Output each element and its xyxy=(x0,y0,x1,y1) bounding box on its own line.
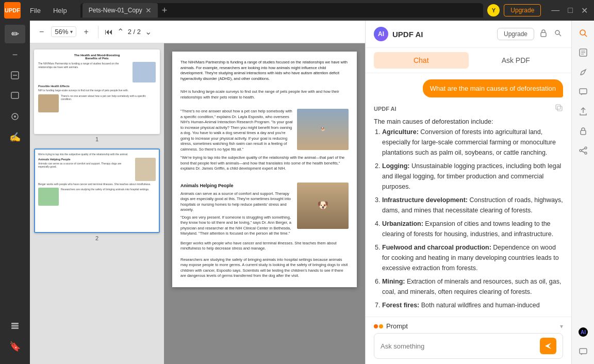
svg-rect-6 xyxy=(11,325,19,327)
sidebar-item-minus[interactable]: − xyxy=(5,45,25,64)
right-sidebar-share[interactable] xyxy=(574,142,592,159)
svg-rect-20 xyxy=(581,130,586,135)
toolbar-divider xyxy=(98,26,98,38)
pdf-quote1: "There's no one answer about how a pet c… xyxy=(180,109,293,152)
app-logo: UPDF xyxy=(4,2,21,19)
tab-document[interactable]: Pets-New-01_Copy ✕ xyxy=(82,3,158,18)
tab-ask-pdf[interactable]: Ask PDF xyxy=(469,52,564,69)
tab-chat[interactable]: Chat xyxy=(374,52,469,69)
svg-point-23 xyxy=(585,152,587,154)
right-sidebar-ai[interactable]: AI xyxy=(574,324,592,340)
right-sidebar-comment[interactable] xyxy=(574,84,592,100)
ai-lock-button[interactable] xyxy=(538,28,549,40)
list-item: Forest fires: Both natural wildfires and… xyxy=(382,300,563,310)
right-sidebar-search[interactable] xyxy=(574,25,592,41)
menu-help[interactable]: Help xyxy=(48,5,72,16)
titlebar-menu: File Help xyxy=(25,5,72,16)
prompt-chevron[interactable]: ▾ xyxy=(560,323,563,330)
pdf-dog-image: 🐶 xyxy=(297,183,349,229)
sidebar-item-sign[interactable]: ✍ xyxy=(5,128,25,146)
close-button[interactable]: ✕ xyxy=(579,6,590,15)
avatar[interactable]: Y xyxy=(487,4,500,16)
minimize-button[interactable]: — xyxy=(549,6,562,15)
right-sidebar-chat[interactable] xyxy=(574,343,592,360)
ai-response-sender: UPDF AI xyxy=(374,106,397,112)
pdf-image-placeholder: 🐕 xyxy=(297,109,349,150)
prompt-send-button[interactable] xyxy=(540,338,556,354)
ai-copy-button[interactable] xyxy=(555,104,563,113)
next-page-button[interactable]: ⌄ xyxy=(145,27,152,37)
maximize-button[interactable]: □ xyxy=(566,6,575,15)
zoom-level: 56% xyxy=(55,28,68,36)
response-intro: The main causes of deforestation include… xyxy=(374,117,563,127)
pdf-animals-q1: "Dogs are very present. If someone is st… xyxy=(180,215,293,237)
thumbnail-page-1[interactable]: The Health and Mood-BoostingBenefits of … xyxy=(34,49,160,142)
svg-line-14 xyxy=(585,35,587,37)
list-item: Mining: Extraction of minerals and resou… xyxy=(382,276,563,297)
sidebar-item-highlight[interactable] xyxy=(5,66,25,85)
prompt-input-row xyxy=(374,333,563,359)
ai-search-button[interactable] xyxy=(553,28,563,40)
svg-line-25 xyxy=(582,151,585,153)
zoom-dropdown[interactable]: ▾ xyxy=(70,29,73,35)
thumbnail-panel: The Health and Mood-BoostingBenefits of … xyxy=(30,43,164,364)
sidebar-item-edit[interactable]: ✏ xyxy=(5,25,25,43)
zoom-in-button[interactable]: + xyxy=(80,25,91,39)
svg-point-4 xyxy=(14,115,16,118)
tab-add-button[interactable]: + xyxy=(158,5,172,16)
ai-header-right: Upgrade xyxy=(497,28,563,40)
pdf-main-view[interactable]: The NIH/Mars Partnership is funding a ra… xyxy=(164,43,365,364)
list-item: Agriculture: Conversion of forests into … xyxy=(382,127,563,158)
prompt-dot-1 xyxy=(374,324,378,328)
prompt-input[interactable] xyxy=(381,342,536,350)
svg-rect-28 xyxy=(580,349,587,354)
thumbnail-page-num-1: 1 xyxy=(34,136,160,142)
svg-rect-2 xyxy=(11,92,19,98)
titlebar: UPDF File Help Pets-New-01_Copy ✕ + Y Up… xyxy=(0,0,594,21)
ai-upgrade-button[interactable]: Upgrade xyxy=(497,28,534,40)
sidebar-item-comment[interactable] xyxy=(5,87,25,105)
list-item: Fuelwood and charcoal production: Depend… xyxy=(382,242,563,273)
response-list: Agriculture: Conversion of forests into … xyxy=(374,127,563,310)
svg-point-22 xyxy=(580,150,582,152)
first-page-button[interactable]: ⏮ xyxy=(105,27,113,37)
prompt-dots xyxy=(374,324,383,328)
ai-tabs: Chat Ask PDF xyxy=(366,48,571,73)
pdf-toolbar: − 56% ▾ + ⏮ ⌃ 2 / 2 ⌄ xyxy=(30,21,365,43)
pdf-page-content: The NIH/Mars Partnership is funding a ra… xyxy=(172,52,357,287)
sidebar-item-layers[interactable] xyxy=(5,317,25,335)
sidebar-item-stamp[interactable] xyxy=(5,107,25,126)
sidebar-bottom: 🔖 xyxy=(5,317,25,360)
svg-rect-7 xyxy=(11,323,19,324)
svg-rect-19 xyxy=(580,89,587,94)
page-info: 2 / 2 xyxy=(128,28,141,36)
tab-close-button[interactable]: ✕ xyxy=(145,6,152,14)
svg-rect-12 xyxy=(556,105,560,109)
menu-file[interactable]: File xyxy=(25,5,46,16)
sidebar-item-bookmark[interactable]: 🔖 xyxy=(5,337,25,356)
ai-messages[interactable]: What are the main causes of deforestatio… xyxy=(366,73,571,317)
svg-point-13 xyxy=(580,30,585,35)
thumbnail-page-num-2: 2 xyxy=(34,235,160,241)
right-sidebar-protect[interactable] xyxy=(574,123,592,139)
list-item: Logging: Unsustainable logging practices… xyxy=(382,161,563,192)
pdf-text: NIH is funding large-scale surveys to fi… xyxy=(180,89,349,100)
ai-header: AI UPDF AI Upgrade xyxy=(366,21,571,48)
upgrade-button[interactable]: Upgrade xyxy=(504,4,541,16)
ai-panel: AI UPDF AI Upgrade Chat Ask PDF What are… xyxy=(365,21,571,364)
svg-line-10 xyxy=(559,34,561,36)
prompt-label: Prompt xyxy=(374,322,408,330)
list-item: Infrastructure development: Construction… xyxy=(382,195,563,216)
pdf-area: − 56% ▾ + ⏮ ⌃ 2 / 2 ⌄ The Health and Moo… xyxy=(30,21,365,364)
right-sidebar-highlight[interactable] xyxy=(574,64,592,80)
window-controls: — □ ✕ xyxy=(549,6,590,15)
svg-line-24 xyxy=(582,148,585,150)
right-sidebar-ocr[interactable] xyxy=(574,44,592,61)
zoom-out-button[interactable]: − xyxy=(36,25,47,39)
right-sidebar-export[interactable] xyxy=(574,103,592,120)
ai-header-left: AI UPDF AI xyxy=(374,27,423,41)
ai-response-text: The main causes of deforestation include… xyxy=(374,117,563,310)
pdf-quote2: "We're trying to tap into the subjective… xyxy=(180,155,349,172)
prev-page-button[interactable]: ⌃ xyxy=(117,27,124,37)
thumbnail-page-2[interactable]: We're trying to tap into the subjective … xyxy=(34,148,160,241)
